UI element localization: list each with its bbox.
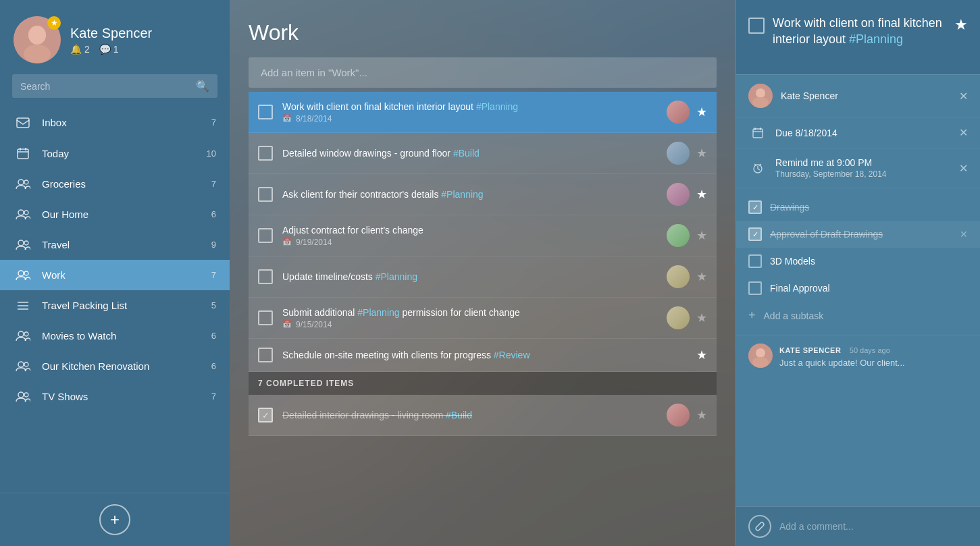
subtask-checkbox-final[interactable] [748,281,762,295]
sidebar-item-label-tv: TV Shows [42,391,211,402]
task-star-t7[interactable]: ★ [696,348,707,362]
svg-point-11 [18,210,24,215]
svg-point-14 [24,241,28,245]
people-icon-movies [14,331,32,342]
task-item-t3[interactable]: Ask client for their contractor's detail… [249,174,717,215]
sidebar-item-work[interactable]: Work 7 [0,260,230,290]
task-checkbox-t2[interactable] [258,146,273,161]
task-info-t7: Schedule on-site meeting with clients fo… [282,350,667,360]
task-star-t3[interactable]: ★ [696,187,707,202]
svg-rect-4 [17,118,29,128]
task-list: Work with client on final kitchen interi… [249,92,717,546]
task-tag-ct1: #Build [446,410,472,420]
subtask-3d-models[interactable]: 3D Models [736,248,980,275]
detail-assignee-name: Kate Spencer [781,90,951,101]
notification-count: 🔔 2 [70,44,90,55]
subtask-checkbox-drawings[interactable]: ✓ [748,200,762,214]
attach-button[interactable] [748,515,771,538]
lines-icon-packing [14,301,32,310]
add-subtask-row[interactable]: + Add a subtask [736,302,980,329]
task-item-t7[interactable]: Schedule on-site meeting with clients fo… [249,339,717,372]
task-star-t6[interactable]: ★ [696,310,707,325]
task-item-t4[interactable]: Adjust contract for client's change 📅 9/… [249,215,717,256]
people-icon-tv [14,391,32,402]
comment-input-bar [736,506,980,546]
task-item-ct1[interactable]: ✓ Detailed interior drawings - living ro… [249,395,717,436]
sidebar-item-inbox[interactable]: Inbox 7 [0,107,230,138]
task-star-t5[interactable]: ★ [696,269,707,284]
sidebar-item-kitchen[interactable]: Our Kitchen Renovation 6 [0,351,230,381]
task-item-t6[interactable]: Submit additional #Planning permission f… [249,298,717,339]
task-title-t4: Adjust contract for client's change [282,225,667,236]
task-item-t1[interactable]: Work with client on final kitchen interi… [249,92,717,133]
avatar-badge: ★ [47,16,61,30]
add-list-button[interactable]: + [99,504,130,535]
sidebar-item-our-home[interactable]: Our Home 6 [0,199,230,229]
task-checkbox-t7[interactable] [258,348,273,362]
sidebar-item-label-inbox: Inbox [42,117,211,128]
svg-rect-5 [18,149,28,159]
detail-due-date-close[interactable]: ✕ [959,126,968,139]
task-item-t2[interactable]: Detailed window drawings - ground floor … [249,133,717,174]
subtask-checkbox-approval[interactable]: ✓ [748,227,762,241]
subtask-checkbox-3d[interactable] [748,254,762,268]
detail-due-date-row[interactable]: Due 8/18/2014 ✕ [736,117,980,148]
sidebar-item-travel-packing[interactable]: Travel Packing List 5 [0,290,230,321]
task-item-t5[interactable]: Update timeline/costs #Planning ★ [249,256,717,298]
subtask-drawings[interactable]: ✓ Drawings [736,194,980,221]
subtask-approval[interactable]: ✓ Approval of Draft Drawings ✕ [736,221,980,248]
detail-reminder-sub: Thursday, September 18, 2014 [775,169,951,179]
sidebar-item-tv-shows[interactable]: TV Shows 7 [0,381,230,412]
task-star-t2[interactable]: ★ [696,146,707,161]
task-checkbox-t6[interactable] [258,310,273,325]
alarm-icon [748,163,767,173]
task-meta-t4: 📅 9/19/2014 [282,238,667,247]
add-item-bar[interactable]: Add an item in "Work"... [249,57,717,88]
detail-assignee-row[interactable]: Kate Spencer ✕ [736,74,980,117]
sidebar-item-travel[interactable]: Travel 9 [0,229,230,260]
sidebar-item-movies[interactable]: Movies to Watch 6 [0,321,230,351]
task-checkbox-t3[interactable] [258,187,273,202]
right-panel: Work with client on final kitchen interi… [736,0,980,546]
detail-star[interactable]: ★ [954,16,968,34]
subtask-label-drawings: Drawings [770,202,968,213]
search-bar[interactable]: 🔍 [12,74,217,98]
comment-item: KATE SPENCER 50 days ago Just a quick up… [736,335,980,376]
svg-line-35 [758,169,760,170]
task-star-ct1[interactable]: ★ [696,408,707,422]
task-checkbox-t5[interactable] [258,269,273,284]
sidebar-item-label-movies: Movies to Watch [42,330,211,342]
sidebar-item-label-kitchen: Our Kitchen Renovation [42,360,211,372]
task-checkbox-t1[interactable] [258,105,273,119]
detail-tag: #Planning [849,32,903,46]
svg-point-9 [18,180,24,185]
detail-reminder-row[interactable]: Remind me at 9:00 PM Thursday, September… [736,148,980,188]
task-checkbox-t4[interactable] [258,228,273,243]
task-star-t4[interactable]: ★ [696,228,707,243]
detail-title: Work with client on final kitchen interi… [773,15,946,48]
svg-point-16 [24,271,28,275]
sidebar-item-today[interactable]: Today 10 [0,138,230,169]
main-inner: Work Add an item in "Work"... Work with … [230,0,736,546]
detail-reminder-close[interactable]: ✕ [959,162,968,175]
search-input[interactable] [20,81,196,92]
task-title-t1: Work with client on final kitchen interi… [282,101,667,112]
calendar-icon-detail [748,128,767,138]
people-icon-groceries [14,179,32,190]
inbox-icon [14,117,32,128]
search-icon[interactable]: 🔍 [196,80,209,92]
task-tag-t5: #Planning [376,271,417,282]
task-checkbox-ct1[interactable]: ✓ [258,408,273,422]
add-subtask-label: Add a subtask [764,310,824,321]
comment-input[interactable] [779,521,968,532]
svg-point-15 [18,271,24,276]
subtask-delete-approval[interactable]: ✕ [960,229,968,240]
sidebar-item-count-inbox: 7 [211,117,216,128]
task-star-t1[interactable]: ★ [696,105,707,119]
calendar-icon [14,147,32,159]
task-tag-t1: #Planning [476,101,518,112]
subtask-final-approval[interactable]: Final Approval [736,275,980,302]
detail-task-checkbox[interactable] [748,18,765,34]
sidebar-item-groceries[interactable]: Groceries 7 [0,169,230,199]
detail-assignee-close[interactable]: ✕ [959,90,968,103]
